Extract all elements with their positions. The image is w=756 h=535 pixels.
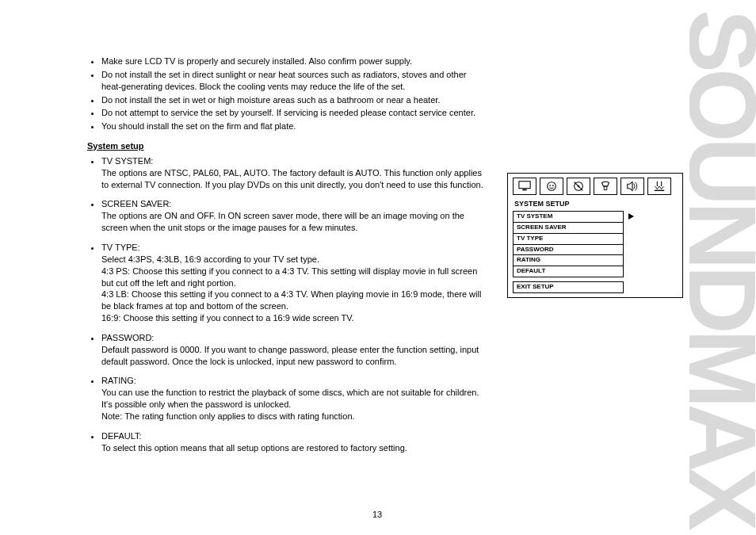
item-label: DEFAULT: — [101, 431, 142, 441]
item-desc: The options are ON and OFF. In ON screen… — [101, 210, 483, 234]
menu-item: TV SYSTEM — [513, 211, 624, 223]
item-desc: You can use the function to restrict the… — [101, 387, 483, 411]
bullet-text: Do not install the set in direct sunligh… — [101, 70, 466, 91]
bullet-text: Make sure LCD TV is properly and securel… — [101, 56, 412, 66]
bullet-item: Do not install the set in wet or high mo… — [101, 94, 483, 106]
section-title: System setup — [87, 140, 483, 152]
svg-point-4 — [552, 185, 554, 186]
download-icon[interactable] — [647, 178, 671, 195]
item-label: PASSWORD: — [101, 333, 154, 342]
main-content: Make sure LCD TV is properly and securel… — [87, 55, 483, 455]
face-icon[interactable] — [540, 178, 563, 195]
list-item: DEFAULT: To select this option means tha… — [101, 430, 483, 454]
menu-item[interactable]: TV TYPE — [513, 233, 624, 245]
item-desc: To select this option means that all set… — [101, 442, 483, 454]
disc-icon[interactable] — [567, 178, 590, 195]
svg-point-2 — [548, 182, 556, 191]
svg-rect-8 — [604, 186, 607, 189]
spacer — [101, 424, 483, 429]
bullet-text: Do not install the set in wet or high mo… — [101, 95, 440, 105]
spacer — [101, 326, 483, 331]
speaker-icon[interactable] — [620, 178, 644, 195]
item-extra: 4:3 LB: Choose this setting if you conne… — [101, 289, 483, 312]
item-extra: Note: The rating function only applies t… — [101, 411, 483, 422]
panel-menu: TV SYSTEM SCREEN SAVER TV TYPE PASSWORD … — [508, 211, 682, 297]
bullet-item: Do not install the set in direct sunligh… — [101, 69, 483, 93]
panel-title: SYSTEM SETUP — [508, 198, 682, 211]
item-desc: Select 4:3PS, 4:3LB, 16:9 according to y… — [101, 254, 483, 266]
item-desc: Default password is 0000. If you want to… — [101, 344, 483, 368]
item-desc: The options are NTSC, PAL60, PAL, AUTO. … — [101, 167, 483, 191]
bullet-item: Do not attempt to service the set by you… — [101, 107, 483, 119]
system-setup-panel: SYSTEM SETUP TV SYSTEM SCREEN SAVER TV T… — [507, 173, 683, 298]
menu-row-tv-system[interactable]: TV SYSTEM — [513, 211, 678, 222]
spacer — [101, 235, 483, 240]
list-item: RATING: You can use the function to rest… — [101, 375, 483, 422]
bullet-text: You should install the set on the firm a… — [101, 121, 296, 131]
page-number: 13 — [372, 509, 382, 521]
brand-text: SOUNDMAX — [689, 9, 756, 525]
spacer — [101, 369, 483, 373]
menu-item[interactable]: RATING — [513, 254, 624, 266]
spacer — [101, 192, 483, 197]
arrow-right-icon — [628, 213, 634, 220]
item-extra: 16:9: Choose this setting if you connect… — [101, 312, 483, 324]
list-item: TV TYPE: Select 4:3PS, 4:3LB, 16:9 accor… — [101, 242, 483, 324]
monitor-icon[interactable] — [513, 178, 536, 195]
item-label: TV TYPE: — [101, 243, 140, 252]
svg-rect-0 — [519, 182, 530, 189]
svg-point-3 — [549, 185, 551, 186]
bullet-text: Do not attempt to service the set by you… — [101, 108, 475, 117]
item-label: SCREEN SAVER: — [101, 199, 171, 208]
item-label: TV SYSTEM: — [101, 156, 153, 166]
brand-vertical: SOUNDMAX — [689, 0, 756, 535]
system-setup-list: TV SYSTEM: The options are NTSC, PAL60, … — [87, 155, 483, 454]
bullet-item: Make sure LCD TV is properly and securel… — [101, 55, 483, 67]
menu-item[interactable]: DEFAULT — [513, 266, 624, 277]
menu-item[interactable]: PASSWORD — [513, 244, 624, 256]
list-item: TV SYSTEM: The options are NTSC, PAL60, … — [101, 155, 483, 191]
menu-exit[interactable]: EXIT SETUP — [513, 281, 624, 293]
lamp-icon[interactable] — [594, 178, 617, 195]
panel-icon-row — [508, 174, 682, 198]
bullet-item: You should install the set on the firm a… — [101, 120, 483, 132]
top-bullets: Make sure LCD TV is properly and securel… — [87, 55, 483, 132]
svg-rect-1 — [522, 189, 526, 191]
item-extra: 4:3 PS: Choose this setting if you conne… — [101, 266, 483, 289]
item-label: RATING: — [101, 376, 136, 385]
menu-item[interactable]: SCREEN SAVER — [513, 222, 624, 234]
list-item: SCREEN SAVER: The options are ON and OFF… — [101, 198, 483, 234]
list-item: PASSWORD: Default password is 0000. If y… — [101, 332, 483, 368]
